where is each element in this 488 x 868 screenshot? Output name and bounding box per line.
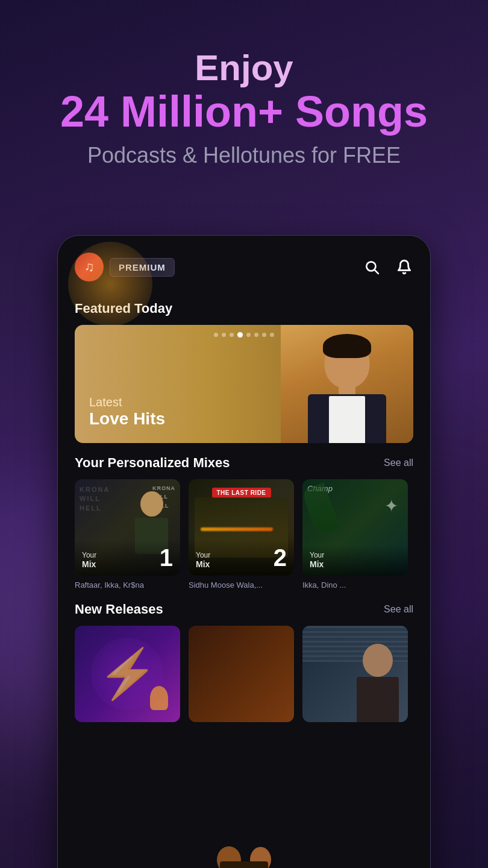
banner-love-hits-label: Love Hits [89, 409, 165, 429]
new-releases-section: New Releases See all ⚡ [58, 590, 430, 722]
svg-line-1 [375, 270, 378, 274]
mix-1-artist: Raftaar, Ikka, Kr$na [75, 580, 180, 590]
dot-8 [270, 333, 274, 337]
last-ride-label: THE LAST RIDE [211, 488, 271, 498]
mix-card-1[interactable]: KRONAWILLHELL Your Mix 1 Raftaar, Ikka, … [75, 479, 180, 590]
hero-sub-text: Podcasts & Hellotunes for FREE [24, 143, 464, 168]
mix-image-2: THE LAST RIDE Your Mix 2 [189, 479, 294, 576]
release-image-1: ⚡ [75, 626, 180, 722]
mix-1-overlay: Your Mix 1 [75, 539, 180, 576]
mix-3-label: Your Mix [310, 551, 324, 570]
dot-4 [237, 332, 243, 338]
banner-latest-label: Latest [89, 395, 165, 409]
banner-dots [214, 332, 274, 338]
banner-text: Latest Love Hits [89, 395, 165, 429]
mix-image-1: KRONAWILLHELL Your Mix 1 [75, 479, 180, 576]
dot-5 [246, 333, 251, 337]
search-button[interactable] [363, 258, 381, 276]
mixes-section: Your Personalized Mixes See all KRONAWIL… [58, 443, 430, 590]
mix-1-label: Your Mix [82, 551, 96, 570]
hero-enjoy-text: Enjoy [24, 48, 464, 88]
dot-6 [254, 333, 258, 337]
new-releases-see-all[interactable]: See all [384, 604, 413, 615]
hero-millions-text: 24 Million+ Songs [24, 88, 464, 136]
notification-button[interactable] [395, 258, 413, 276]
mix-card-3[interactable]: Champ ✦ Your Mix Ikka, Dino ... [302, 479, 408, 590]
release-card-1[interactable]: ⚡ [75, 626, 180, 722]
new-releases-header: New Releases See all [75, 602, 413, 617]
mixes-header: Your Personalized Mixes See all [75, 455, 413, 471]
dot-3 [230, 333, 234, 337]
header-icons [363, 258, 413, 276]
mix-image-3: Champ ✦ Your Mix [302, 479, 408, 576]
releases-scroll: ⚡ [75, 626, 413, 722]
mix-2-label: Your Mix [196, 551, 210, 570]
mix-3-overlay: Your Mix [302, 545, 408, 576]
mixes-see-all[interactable]: See all [384, 458, 413, 468]
mix-2-number: 2 [274, 546, 287, 570]
mix-1-number: 1 [160, 546, 173, 570]
mixes-scroll: KRONAWILLHELL Your Mix 1 Raftaar, Ikka, … [75, 479, 413, 590]
mixes-title: Your Personalized Mixes [75, 455, 230, 471]
release-card-3[interactable] [302, 626, 408, 722]
mix-3-artist: Ikka, Dino ... [302, 580, 408, 590]
star-icon: ✦ [384, 496, 398, 516]
phone-mockup: ♫ PREMIUM Featured Today [57, 235, 431, 868]
featured-banner[interactable]: Latest Love Hits [75, 325, 413, 443]
mix-2-overlay: Your Mix 2 [189, 539, 294, 576]
mix-card-2[interactable]: THE LAST RIDE Your Mix 2 Sidhu Moose Wal [189, 479, 294, 590]
dot-1 [214, 333, 218, 337]
dot-2 [222, 333, 226, 337]
dot-7 [262, 333, 266, 337]
hero-section: Enjoy 24 Million+ Songs Podcasts & Hello… [0, 0, 488, 192]
new-releases-title: New Releases [75, 602, 163, 617]
banner-person-illustration [281, 325, 413, 443]
release-image-2 [189, 626, 294, 722]
mix-2-artist: Sidhu Moose Wala,... [189, 580, 294, 590]
release-card-2[interactable] [189, 626, 294, 722]
release-image-3 [302, 626, 408, 722]
